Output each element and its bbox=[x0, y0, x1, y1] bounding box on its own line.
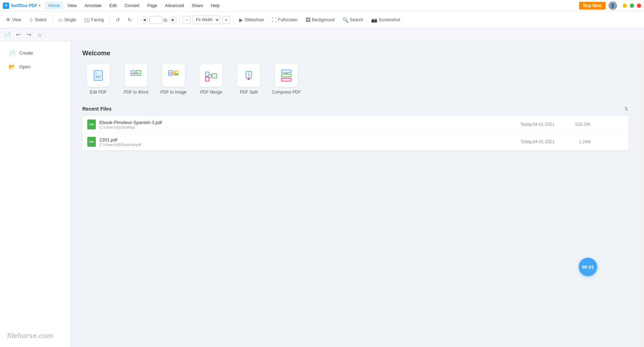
pdf-merge-icon bbox=[205, 69, 218, 82]
menu-view[interactable]: View bbox=[64, 2, 80, 10]
sort-icon[interactable]: ⇅ bbox=[624, 106, 628, 112]
action-pdf-split[interactable]: PDF Split bbox=[233, 64, 265, 95]
divider-3 bbox=[138, 15, 138, 25]
file-path: C:\Users\sjt\Desktop\pdf bbox=[99, 142, 513, 147]
main-toolbar: 👁 View ⊹ Select ▭ Single ▯▯ Facing ↺ ↻ ◀… bbox=[0, 11, 644, 28]
create-label: Create bbox=[19, 50, 33, 56]
screenshot-icon: 📷 bbox=[371, 17, 377, 23]
table-row[interactable]: PDF 2201.pdf C:\Users\sjt\Desktop\pdf To… bbox=[82, 133, 628, 150]
toolbar-fullscreen[interactable]: ⛶ Fullscreen bbox=[269, 16, 301, 24]
sidebar-item-create[interactable]: 📄 Create bbox=[3, 47, 68, 59]
pdf-split-icon-wrap bbox=[237, 64, 260, 87]
single-icon: ▭ bbox=[58, 17, 63, 23]
svg-rect-25 bbox=[281, 78, 291, 81]
toolbar-single[interactable]: ▭ Single bbox=[55, 16, 79, 24]
fullscreen-icon: ⛶ bbox=[272, 17, 277, 23]
menu-help[interactable]: Help bbox=[207, 2, 223, 10]
search-label: Search bbox=[350, 17, 363, 22]
facing-icon: ▯▯ bbox=[84, 17, 90, 23]
toolbar-search[interactable]: 🔍 Search bbox=[340, 16, 366, 24]
toolbar-screenshot[interactable]: 📷 Screenshot bbox=[368, 16, 403, 24]
svg-rect-23 bbox=[281, 70, 291, 73]
pdf-split-label: PDF Split bbox=[240, 90, 258, 95]
toolbar-undo-rotate[interactable]: ↺ bbox=[113, 16, 123, 24]
toolbar-facing[interactable]: ▯▯ Facing bbox=[81, 16, 107, 24]
home-button[interactable]: ⌂ bbox=[35, 30, 44, 39]
buy-now-button[interactable]: Buy Now bbox=[579, 2, 606, 10]
menu-share[interactable]: Share bbox=[188, 2, 207, 10]
zoom-out-button[interactable]: − bbox=[183, 16, 191, 24]
file-new-btn[interactable]: 📄 bbox=[3, 30, 12, 39]
table-row[interactable]: PDF Ebook-Pimsleur-Spanish-3.pdf C:\User… bbox=[82, 116, 628, 133]
toolbar-redo-rotate[interactable]: ↻ bbox=[125, 16, 135, 24]
pdf-to-word-icon-wrap: PDF → W bbox=[125, 64, 147, 87]
toolbar-background[interactable]: 🖼 Background bbox=[303, 16, 337, 24]
svg-rect-0 bbox=[94, 71, 103, 80]
action-compress-pdf[interactable]: Compress PDF bbox=[270, 64, 302, 95]
menu-home[interactable]: Home bbox=[45, 2, 63, 10]
svg-rect-24 bbox=[281, 74, 291, 77]
page-suffix: /p. bbox=[164, 17, 168, 22]
search-icon: 🔍 bbox=[342, 17, 348, 23]
remove-file-button[interactable]: ✕ bbox=[616, 121, 623, 128]
action-pdf-to-word[interactable]: PDF → W PDF to Word bbox=[120, 64, 152, 95]
edit-pdf-label: Edit PDF bbox=[90, 90, 107, 95]
zoom-dropdown[interactable]: Fit Width Fit Page 50% 75% 100% 125% 150… bbox=[193, 16, 220, 24]
close-button[interactable] bbox=[637, 4, 641, 8]
open-folder-button[interactable]: 📁 bbox=[606, 121, 614, 128]
divider-4 bbox=[180, 15, 180, 25]
slideshow-icon: ▶ bbox=[239, 17, 243, 23]
maximize-button[interactable] bbox=[630, 4, 634, 8]
svg-point-13 bbox=[175, 72, 176, 73]
menu-edit[interactable]: Edit bbox=[106, 2, 120, 10]
sidebar-item-open[interactable]: 📂 Open bbox=[3, 61, 68, 73]
main-area: 📄 Create 📂 Open Welcome T bbox=[0, 41, 644, 347]
facing-label: Facing bbox=[91, 17, 104, 22]
dropdown-icon[interactable]: ▾ bbox=[39, 4, 40, 7]
next-page-button[interactable]: ▶ bbox=[170, 16, 177, 23]
toolbar-slideshow[interactable]: ▶ Slideshow bbox=[236, 16, 267, 24]
pdf-thumbnail: PDF bbox=[87, 137, 96, 147]
pdf-to-image-label: PDF to Image bbox=[160, 90, 187, 95]
divider-1 bbox=[52, 15, 53, 25]
file-path: C:\Users\sjt\Desktop bbox=[99, 125, 513, 129]
page-number-input[interactable] bbox=[149, 16, 162, 24]
pdf-to-image-icon-wrap: PDF → bbox=[162, 64, 185, 87]
menu-annotate[interactable]: Annotate bbox=[81, 2, 105, 10]
menu-convert[interactable]: Convert bbox=[121, 2, 143, 10]
timer-bubble[interactable]: 00:01 bbox=[579, 258, 597, 276]
background-icon: 🖼 bbox=[306, 17, 310, 23]
edit-pdf-icon: T bbox=[92, 69, 105, 82]
open-folder-button[interactable]: 📁 bbox=[606, 138, 614, 146]
quick-actions: T Edit PDF PDF → W bbox=[82, 64, 628, 95]
action-edit-pdf[interactable]: T Edit PDF bbox=[82, 64, 114, 95]
remove-file-button[interactable]: ✕ bbox=[616, 138, 623, 146]
zoom-in-button[interactable]: + bbox=[222, 16, 230, 24]
toolbar-select[interactable]: ⊹ Select bbox=[26, 16, 49, 24]
pdf-merge-label: PDF Merge bbox=[200, 90, 222, 95]
slideshow-label: Slideshow bbox=[244, 17, 264, 22]
pin-button[interactable]: 📌 bbox=[597, 138, 605, 146]
menu-page[interactable]: Page bbox=[144, 2, 161, 10]
undo-button[interactable]: ↩ bbox=[13, 30, 23, 39]
background-label: Background bbox=[312, 17, 335, 22]
file-size: 1.24M bbox=[562, 139, 591, 144]
rotate-left-icon: ↺ bbox=[116, 17, 120, 23]
pin-button[interactable]: 📌 bbox=[597, 121, 605, 128]
prev-page-button[interactable]: ◀ bbox=[141, 16, 148, 23]
menu-advanced[interactable]: Advanced bbox=[161, 2, 187, 10]
fullscreen-label: Fullscreen bbox=[278, 17, 298, 22]
file-info: Ebook-Pimsleur-Spanish-3.pdf C:\Users\sj… bbox=[99, 120, 513, 129]
top-right-area: Buy Now 👤 bbox=[579, 1, 617, 10]
svg-rect-15 bbox=[205, 72, 209, 76]
action-pdf-to-image[interactable]: PDF → PDF to Image bbox=[158, 64, 189, 95]
recent-files-list: PDF Ebook-Pimsleur-Spanish-3.pdf C:\User… bbox=[82, 116, 628, 150]
toolbar-view[interactable]: 👁 View bbox=[3, 16, 24, 24]
divider-2 bbox=[110, 15, 110, 25]
action-pdf-merge[interactable]: PDF Merge bbox=[195, 64, 227, 95]
user-avatar[interactable]: 👤 bbox=[609, 1, 617, 10]
redo-button[interactable]: ↪ bbox=[24, 30, 33, 39]
scrollbar[interactable] bbox=[640, 41, 644, 347]
minimize-button[interactable] bbox=[623, 4, 627, 8]
secondary-toolbar: 📄 ↩ ↪ ⌂ bbox=[0, 28, 644, 41]
